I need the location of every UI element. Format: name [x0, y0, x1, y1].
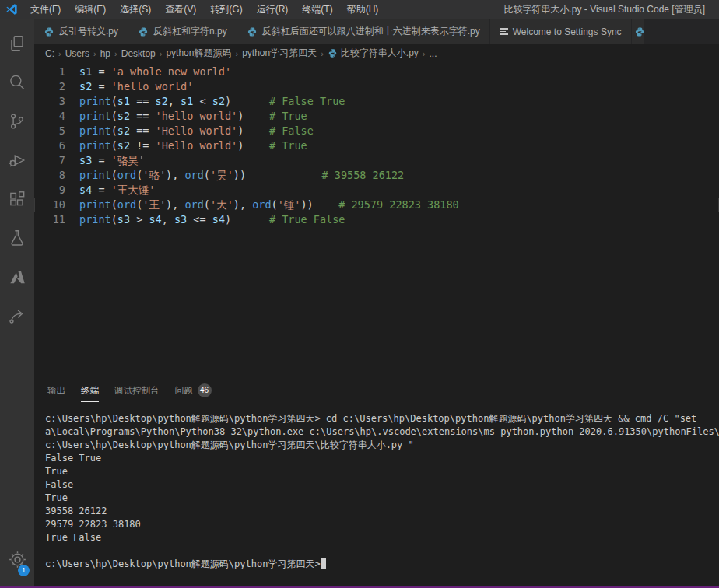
panel-tab-终端[interactable]: 终端 [81, 379, 99, 402]
manage-button[interactable]: 1 [0, 544, 34, 578]
editor-group: 反引号转义.py反斜杠和字符n.py反斜杠后面还可以跟八进制和十六进制来表示字符… [34, 19, 719, 586]
terminal-line: True [45, 492, 719, 505]
panel-tab-输出[interactable]: 输出 [47, 379, 65, 402]
editor-tab-5[interactable] [632, 19, 644, 44]
activity-test[interactable] [0, 220, 34, 259]
line-number: 6 [34, 138, 65, 153]
activity-search[interactable] [0, 65, 34, 103]
breadcrumb-item[interactable]: Desktop [121, 48, 156, 59]
code-line[interactable]: 8print(ord('骆'), ord('昊')) # 39558 26122 [34, 168, 719, 183]
breadcrumb-item[interactable]: ... [430, 48, 437, 59]
editor-tab-2[interactable]: 反斜杠和字符n.py [128, 19, 237, 44]
search-icon [7, 72, 27, 96]
terminal-line: c:\Users\hp\Desktop\python解题源码\python学习第… [45, 412, 719, 425]
code-text: print(s1 == s2, s1 < s2) # False True [65, 94, 345, 109]
activity-source-control[interactable] [0, 103, 34, 142]
activity-extensions[interactable] [0, 181, 34, 220]
panel-tab-label: 终端 [81, 379, 99, 402]
terminal-line: False True [45, 452, 719, 465]
code-line[interactable]: 10print(ord('王'), ord('大'), ord('锤')) # … [34, 198, 719, 212]
code-line[interactable]: 5print(s2 == 'Hello world') # False [34, 124, 719, 138]
editor-tab-3[interactable]: 反斜杠后面还可以跟八进制和十六进制来表示字符.py [237, 19, 490, 44]
azure-icon [7, 267, 27, 290]
line-number: 1 [34, 65, 65, 79]
menu-g[interactable]: 转到(G) [203, 0, 249, 19]
titlebar: 文件(F)编辑(E)选择(S)查看(V)转到(G)运行(R)终端(T)帮助(H)… [0, 0, 719, 19]
line-number: 3 [34, 94, 65, 109]
breadcrumb-item[interactable]: python学习第四天 [242, 47, 317, 60]
terminal-line [45, 544, 719, 558]
code-line[interactable]: 2s2 = 'hello world' [34, 79, 719, 94]
menu-t[interactable]: 终端(T) [295, 0, 339, 19]
code-text: s2 = 'hello world' [65, 79, 193, 94]
problems-badge: 46 [198, 383, 212, 397]
breadcrumb-label: ... [430, 48, 437, 59]
code-text: print(s2 == 'hello world') # True [65, 109, 307, 124]
activity-live-share[interactable] [0, 298, 34, 337]
terminal-line: c:\Users\hp\Desktop\python解题源码\python学习第… [45, 439, 719, 452]
menu-f[interactable]: 文件(F) [23, 0, 68, 19]
line-number: 5 [34, 124, 65, 138]
code-text: print(ord('王'), ord('大'), ord('锤')) # 29… [65, 198, 459, 212]
explorer-icon [7, 33, 27, 57]
activity-azure[interactable] [0, 259, 34, 298]
line-number: 10 [34, 198, 65, 212]
window-title: 比较字符串大小.py - Visual Studio Code [管理员] [503, 3, 719, 16]
code-line[interactable]: 3print(s1 == s2, s1 < s2) # False True [34, 94, 719, 109]
breadcrumb-item[interactable]: 比较字符串大小.py [328, 47, 419, 60]
code-line[interactable]: 6print(s2 != 'Hello world') # True [34, 138, 719, 153]
code-text: s3 = '骆昊' [65, 153, 145, 168]
code-editor[interactable]: 1s1 = 'a whole new world'2s2 = 'hello wo… [34, 62, 719, 379]
menu-e[interactable]: 编辑(E) [68, 0, 113, 19]
breadcrumb-item[interactable]: hp [100, 48, 110, 59]
panel-tab-label: 调试控制台 [114, 379, 160, 402]
python-file-icon [44, 26, 54, 37]
breadcrumb[interactable]: C:›Users›hp›Desktop›python解题源码›python学习第… [34, 44, 719, 62]
menu-s[interactable]: 选择(S) [113, 0, 158, 19]
panel-tab-label: 输出 [47, 379, 65, 402]
terminal-prompt-text: c:\Users\hp\Desktop\python解题源码\python学习第… [45, 558, 321, 569]
breadcrumb-item[interactable]: python解题源码 [166, 47, 231, 60]
breadcrumb-item[interactable]: Users [65, 48, 89, 59]
bottom-panel: 输出终端调试控制台问题46 c:\Users\hp\Desktop\python… [34, 379, 719, 586]
code-line[interactable]: 4print(s2 == 'hello world') # True [34, 109, 719, 124]
python-file-icon [634, 26, 644, 37]
breadcrumb-item[interactable]: C: [45, 48, 54, 59]
breadcrumb-label: python学习第四天 [242, 47, 317, 60]
breadcrumb-separator-icon: › [421, 49, 427, 58]
source-control-icon [7, 111, 27, 135]
line-number: 8 [34, 168, 65, 183]
code-text: s1 = 'a whole new world' [65, 65, 231, 79]
extensions-icon [7, 189, 27, 212]
workbench: 1 反引号转义.py反斜杠和字符n.py反斜杠后面还可以跟八进制和十六进制来表示… [0, 19, 719, 586]
code-line[interactable]: 1s1 = 'a whole new world' [34, 65, 719, 79]
code-line[interactable]: 9s4 = '王大锤' [34, 183, 719, 198]
python-file-icon [247, 26, 258, 37]
terminal-line: True [45, 465, 719, 478]
code-line[interactable]: 7s3 = '骆昊' [34, 153, 719, 168]
menu-h[interactable]: 帮助(H) [340, 0, 386, 19]
panel-tab-问题[interactable]: 问题46 [175, 379, 212, 402]
terminal-cursor [321, 558, 326, 569]
terminal-output[interactable]: c:\Users\hp\Desktop\python解题源码\python学习第… [34, 402, 719, 586]
panel-tab-调试控制台[interactable]: 调试控制台 [114, 379, 160, 402]
activity-run-debug[interactable] [0, 142, 34, 181]
breadcrumb-label: C: [45, 48, 54, 59]
menu-r[interactable]: 运行(R) [250, 0, 296, 19]
terminal-prompt[interactable]: c:\Users\hp\Desktop\python解题源码\python学习第… [45, 558, 719, 571]
breadcrumb-separator-icon: › [92, 49, 98, 58]
tab-label: 反引号转义.py [59, 25, 118, 38]
breadcrumb-label: Users [65, 48, 89, 59]
code-line[interactable]: 11print(s3 > s4, s3 <= s4) # True False [34, 212, 719, 227]
editor-tab-1[interactable]: 反引号转义.py [34, 19, 128, 44]
editor-tab-4[interactable]: Welcome to Settings Sync [490, 19, 632, 44]
breadcrumb-separator-icon: › [319, 49, 325, 58]
menu-v[interactable]: 查看(V) [158, 0, 203, 19]
code-text: print(ord('骆'), ord('昊')) # 39558 26122 [65, 168, 404, 183]
activity-bar: 1 [0, 19, 34, 586]
run-debug-icon [7, 150, 27, 173]
activity-explorer[interactable] [0, 26, 34, 65]
code-text: print(s2 != 'Hello world') # True [65, 138, 307, 153]
live-share-icon [7, 306, 27, 329]
breadcrumb-separator-icon: › [158, 49, 164, 58]
